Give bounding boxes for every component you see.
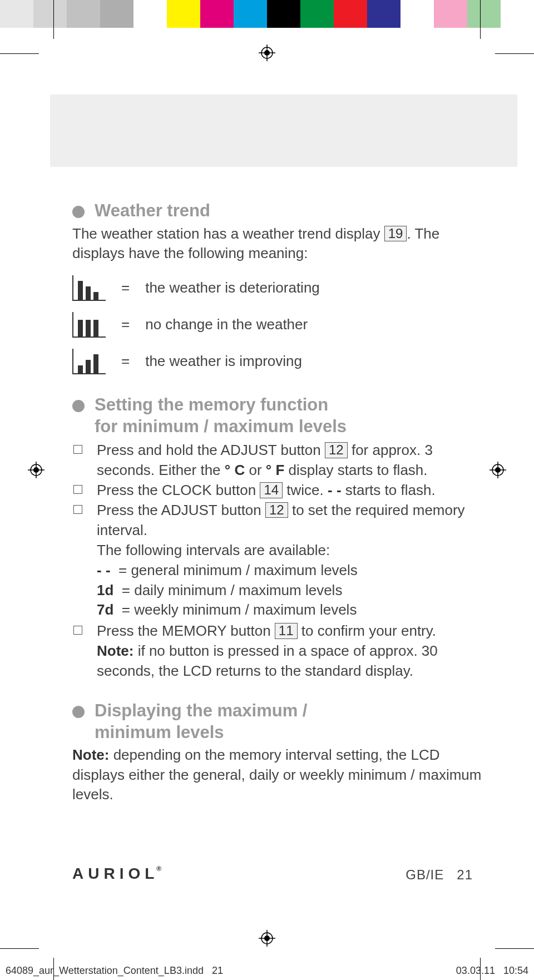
trend-deteriorating-icon [72,275,106,301]
crop-mark [0,948,39,949]
registration-mark-icon [259,44,275,61]
list-item: Press the CLOCK button 14 twice. - - sta… [72,481,484,501]
note-label: Note: [72,746,109,763]
header-band [50,95,517,167]
page-footer-right: GB/IE 21 [406,867,473,883]
note-text: if no button is pressed in a space of ap… [97,642,438,679]
list-item-label: the weather is improving [145,353,302,370]
interval-block: The following intervals are available: -… [72,541,484,621]
page-content: Weather trend The weather station has a … [72,95,484,806]
list-item: 1d = daily minimum / maximum levels [97,581,484,601]
ref-box: 19 [384,226,407,241]
print-color-bar [0,0,534,28]
page-number: 21 [457,867,473,882]
crop-mark [53,0,54,39]
section-title-display-maxmin: Displaying the maximum / [95,700,307,722]
weather-meaning-list: = the weather is deteriorating = no chan… [72,275,484,374]
list-item: - - = general minimum / maximum levels [97,561,484,581]
bullet-icon [72,400,85,412]
crop-mark [495,948,534,949]
registration-mark-icon [259,930,275,947]
list-item: 7d = weekly minimum / maximum levels [97,600,484,620]
note-block: Note: if no button is pressed in a space… [72,641,484,681]
list-item: Press the MEMORY button 11 to confirm yo… [72,621,484,641]
ref-box: 11 [275,623,298,639]
registration-mark-icon [490,462,506,478]
registered-mark: ® [156,865,161,873]
intervals-lead: The following intervals are available: [97,541,484,561]
list-item: = no change in the weather [72,312,484,338]
svg-point-11 [495,467,501,473]
list-item-label: the weather is deteriorating [145,279,320,296]
ref-box: 14 [260,482,283,498]
section-title-display-maxmin-line2: minimum levels [95,722,307,744]
svg-point-7 [33,467,39,473]
crop-mark [480,0,481,39]
section-title-memory-function: Setting the memory function [95,394,347,416]
ref-box: 12 [265,502,288,518]
imprint-datetime: 03.03.11 10:54 [456,965,528,977]
crop-mark [0,53,39,54]
crop-mark [495,53,534,54]
steps-list: Press the MEMORY button 11 to confirm yo… [72,621,484,641]
ref-box: 12 [325,442,348,458]
bullet-icon [72,206,85,218]
equals-sign: = [121,353,130,370]
list-item: = the weather is deteriorating [72,275,484,301]
list-item: = the weather is improving [72,349,484,374]
equals-sign: = [121,316,130,333]
weather-trend-intro: The weather station has a weather trend … [72,224,484,263]
steps-list: Press and hold the ADJUST button 12 for … [72,440,484,540]
section3-note: Note: depending on the memory interval s… [72,745,484,804]
list-item: Press and hold the ADJUST button 12 for … [72,440,484,481]
registration-mark-icon [28,462,44,478]
note-label: Note: [97,642,134,659]
section-title-memory-function-line2: for minimum / maximum levels [95,416,347,438]
trend-steady-icon [72,312,106,338]
list-item-label: no change in the weather [145,316,308,333]
equals-sign: = [121,279,130,296]
svg-point-3 [264,50,270,56]
bullet-icon [72,706,85,718]
note-text: depending on the memory interval setting… [72,746,482,802]
locale-code: GB/IE [406,867,444,882]
trend-improving-icon [72,349,106,374]
list-item: Press the ADJUST button 12 to set the re… [72,501,484,541]
section-title-weather-trend: Weather trend [95,200,210,222]
svg-point-15 [264,936,270,941]
brand-logo: AURIOL® [72,865,161,883]
imprint-filename: 64089_aur_Wetterstation_Content_LB3.indd… [6,965,223,977]
